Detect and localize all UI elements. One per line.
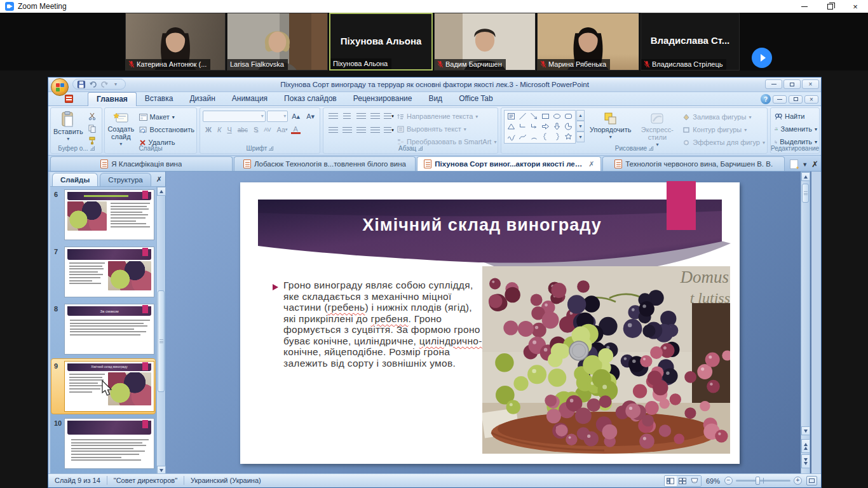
next-slide-button[interactable]: [801, 454, 810, 468]
shape-option-12[interactable]: [506, 132, 517, 141]
find-button[interactable]: Найти: [773, 111, 819, 122]
shapes-more-button[interactable]: ▼: [576, 132, 585, 142]
shape-fill-button[interactable]: Заливка фигуры▾: [681, 111, 767, 123]
shape-option-7[interactable]: [517, 122, 528, 131]
bullets-button[interactable]: [327, 111, 339, 122]
tab-list-dropdown[interactable]: ▼: [802, 161, 808, 168]
slide-title[interactable]: Хімічний склад винограду: [258, 215, 706, 235]
gallery-next-button[interactable]: [752, 48, 772, 68]
ribbon-tab-анимация[interactable]: Анимация: [224, 92, 276, 106]
tab-slides[interactable]: Слайды: [52, 173, 98, 186]
shape-option-5[interactable]: [563, 112, 574, 121]
ribbon-tab-рецензирование[interactable]: Рецензирование: [345, 92, 421, 106]
close-tab-button[interactable]: ✗: [811, 159, 818, 169]
reset-slide-button[interactable]: Восстановить: [137, 124, 196, 135]
shape-option-8[interactable]: [529, 122, 539, 131]
text-direction-button[interactable]: Направление текста▾: [395, 111, 498, 122]
zoom-restore-button[interactable]: [817, 0, 843, 13]
line-spacing-button[interactable]: ▾: [383, 111, 395, 122]
ribbon-tab-вид[interactable]: Вид: [420, 92, 451, 106]
shape-option-11[interactable]: [563, 122, 574, 131]
zoom-slider-track[interactable]: [736, 480, 790, 482]
status-slide-counter[interactable]: Слайд 9 из 14: [48, 474, 107, 487]
qat-customize-dropdown[interactable]: ▾: [111, 80, 120, 89]
fit-to-window-button[interactable]: [806, 476, 817, 485]
zoom-minimize-button[interactable]: [792, 0, 817, 13]
align-center-button[interactable]: [341, 125, 353, 136]
main-scroll-thumb[interactable]: [802, 184, 809, 203]
shape-option-9[interactable]: [540, 122, 551, 131]
ribbon-tab-показ-слайдов[interactable]: Показ слайдов: [276, 92, 345, 106]
office-button[interactable]: [51, 78, 69, 96]
slide-body-text[interactable]: Гроно винограду являє собою супліддя, як…: [283, 280, 485, 369]
character-spacing-button[interactable]: AV: [261, 124, 273, 135]
normal-view-button[interactable]: [665, 476, 677, 486]
shape-outline-button[interactable]: Контур фигуры▾: [681, 124, 767, 135]
shape-option-13[interactable]: [517, 132, 528, 141]
tab-outline[interactable]: Структура: [100, 173, 151, 186]
participant-tile-pikhunova[interactable]: Піхунова АльонаПіхунова Альона: [329, 13, 433, 71]
ribbon-tab-вставка[interactable]: Вставка: [137, 92, 182, 106]
zoom-slider-thumb[interactable]: [756, 477, 760, 485]
new-slide-button[interactable]: Создать слайд▾: [105, 109, 137, 149]
ribbon-tab-главная[interactable]: Главная: [88, 92, 137, 106]
quick-styles-button[interactable]: Экспресс-стили▾: [636, 110, 678, 149]
slide-thumbnail-7[interactable]: [64, 247, 154, 297]
shape-option-6[interactable]: [506, 122, 517, 131]
increase-indent-button[interactable]: [369, 111, 381, 122]
shape-option-1[interactable]: [517, 112, 528, 121]
justify-button[interactable]: [369, 125, 381, 136]
ribbon-tab-office-tab[interactable]: Office Tab: [451, 92, 501, 106]
paste-button[interactable]: Вставить▾: [51, 109, 86, 146]
doc-close-button[interactable]: ×: [804, 95, 818, 104]
slide-thumbnail-6[interactable]: [64, 189, 154, 240]
clipboard-dialog-launcher[interactable]: [90, 146, 95, 151]
undo-button[interactable]: [88, 80, 97, 89]
zoom-in-button[interactable]: +: [794, 477, 802, 485]
shape-option-3[interactable]: [540, 112, 551, 121]
document-tab-3[interactable]: Технологія червоного вина, Барчишен В. В…: [602, 156, 785, 171]
decrease-indent-button[interactable]: [355, 111, 367, 122]
shapes-scroll-up[interactable]: ▲: [576, 110, 585, 121]
shape-option-14[interactable]: [529, 132, 539, 141]
shape-option-10[interactable]: [552, 122, 562, 131]
bold-button[interactable]: Ж: [203, 124, 214, 135]
new-document-tab-button[interactable]: [790, 159, 798, 169]
participant-tile-katerina[interactable]: Катерина Антонюк (...: [125, 13, 226, 71]
numbering-button[interactable]: [341, 111, 353, 122]
paragraph-dialog-launcher[interactable]: [418, 146, 423, 151]
shape-option-17[interactable]: [563, 132, 574, 141]
align-left-button[interactable]: [327, 125, 339, 136]
font-name-combo[interactable]: [203, 111, 266, 122]
grow-font-button[interactable]: A▴: [289, 111, 302, 122]
slide-thumbnail-10[interactable]: [64, 418, 154, 469]
text-shadow-button[interactable]: S: [251, 124, 261, 135]
document-tab-close-icon[interactable]: ✗: [588, 160, 594, 168]
change-case-button[interactable]: Aa▾: [275, 124, 290, 135]
panel-close-icon[interactable]: ✗: [156, 175, 162, 184]
zoom-out-button[interactable]: −: [724, 477, 733, 485]
slideshow-view-button[interactable]: [689, 476, 701, 486]
previous-slide-button[interactable]: [801, 439, 810, 453]
zoom-level-label[interactable]: 69%: [706, 477, 720, 485]
zoom-close-button[interactable]: ×: [843, 0, 868, 13]
ppt-restore-button[interactable]: [783, 79, 801, 89]
document-tab-0[interactable]: Я Класифікація вина: [50, 156, 233, 171]
cut-button[interactable]: [86, 111, 98, 122]
slide-page[interactable]: Хімічний склад винограду Гроно винограду…: [240, 182, 740, 464]
participant-tile-vladyslava[interactable]: Владислава Ст...Владислава Стрілець: [641, 13, 740, 71]
panel-scroll-thumb[interactable]: [158, 290, 165, 392]
replace-button[interactable]: abЗаменить▾: [773, 123, 819, 135]
shape-option-0[interactable]: [506, 112, 517, 121]
participant-tile-maryna[interactable]: Марина Рябенька: [537, 13, 639, 71]
doc-restore-button[interactable]: [789, 95, 803, 104]
font-size-combo[interactable]: [267, 111, 288, 122]
ppt-close-button[interactable]: ×: [802, 79, 819, 89]
shape-option-16[interactable]: [552, 132, 562, 141]
main-scroll-up[interactable]: [801, 172, 810, 181]
help-button[interactable]: ?: [761, 94, 771, 104]
shape-option-2[interactable]: [529, 112, 539, 121]
italic-button[interactable]: К: [215, 124, 224, 135]
grapes-photo[interactable]: Domust lutiss: [482, 266, 730, 454]
font-dialog-launcher[interactable]: [269, 146, 273, 151]
